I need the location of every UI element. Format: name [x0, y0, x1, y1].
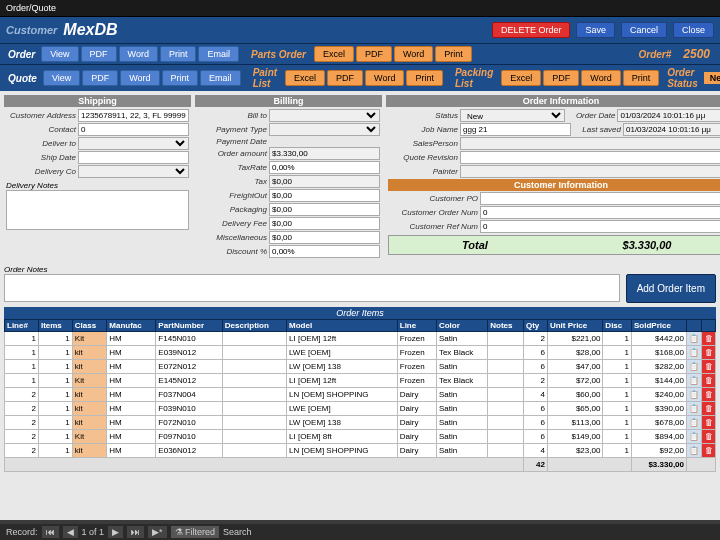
- edit-row-button[interactable]: 📋: [687, 416, 702, 430]
- edit-row-button[interactable]: 📋: [687, 332, 702, 346]
- tax-rate-input[interactable]: [269, 161, 380, 174]
- discount-input[interactable]: [269, 245, 380, 258]
- edit-row-button[interactable]: 📋: [687, 430, 702, 444]
- quote-revision-input[interactable]: [460, 151, 720, 164]
- col-header[interactable]: Class: [72, 320, 107, 332]
- nav-first-button[interactable]: ⏮: [42, 526, 59, 538]
- delete-row-button[interactable]: 🗑: [702, 388, 716, 402]
- parts-pdf-button[interactable]: PDF: [356, 46, 392, 62]
- table-row[interactable]: 11KitHME145N012LI [OEM] 12ftFrozenTex Bl…: [5, 374, 716, 388]
- edit-row-button[interactable]: 📋: [687, 360, 702, 374]
- cancel-button[interactable]: Cancel: [621, 22, 667, 38]
- paint-word-button[interactable]: Word: [365, 70, 404, 86]
- paint-excel-button[interactable]: Excel: [285, 70, 325, 86]
- packing-pdf-button[interactable]: PDF: [543, 70, 579, 86]
- col-header[interactable]: Line#: [5, 320, 39, 332]
- order-word-button[interactable]: Word: [119, 46, 158, 62]
- col-header[interactable]: Model: [287, 320, 398, 332]
- delete-order-button[interactable]: DELETE Order: [492, 22, 571, 38]
- deliver-to-select[interactable]: [78, 137, 189, 150]
- delete-row-button[interactable]: 🗑: [702, 430, 716, 444]
- nav-prev-button[interactable]: ◀: [63, 526, 78, 538]
- quote-print-button[interactable]: Print: [162, 70, 199, 86]
- table-row[interactable]: 11KitHMF145N010LI [OEM] 12ftFrozenSatin2…: [5, 332, 716, 346]
- delete-row-button[interactable]: 🗑: [702, 402, 716, 416]
- table-row[interactable]: 21KitHMF097N010LI [OEM] 8ftDairySatin6$1…: [5, 430, 716, 444]
- table-row[interactable]: 11kitHME039N012LWE [OEM]FrozenTex Black6…: [5, 346, 716, 360]
- col-header[interactable]: Disc: [603, 320, 632, 332]
- paint-pdf-button[interactable]: PDF: [327, 70, 363, 86]
- customer-order-num-input[interactable]: [480, 206, 720, 219]
- delete-row-button[interactable]: 🗑: [702, 360, 716, 374]
- search-label[interactable]: Search: [223, 527, 252, 537]
- delivery-co-select[interactable]: [78, 165, 189, 178]
- edit-row-button[interactable]: 📋: [687, 444, 702, 458]
- filter-indicator[interactable]: ⚗ Filtered: [171, 526, 220, 538]
- bill-to-select[interactable]: [269, 109, 380, 122]
- status-select[interactable]: New: [460, 109, 565, 122]
- packing-excel-button[interactable]: Excel: [501, 70, 541, 86]
- edit-row-button[interactable]: 📋: [687, 388, 702, 402]
- delivery-fee-input[interactable]: [269, 217, 380, 230]
- col-header[interactable]: Qty: [523, 320, 547, 332]
- misc-input[interactable]: [269, 231, 380, 244]
- delivery-notes-textarea[interactable]: [6, 190, 189, 230]
- table-row[interactable]: 11kitHME072N012LW [OEM] 138FrozenSatin6$…: [5, 360, 716, 374]
- order-print-button[interactable]: Print: [160, 46, 197, 62]
- payment-type-select[interactable]: [269, 123, 380, 136]
- delete-row-button[interactable]: 🗑: [702, 332, 716, 346]
- quote-view-button[interactable]: View: [43, 70, 80, 86]
- nav-last-button[interactable]: ⏭: [127, 526, 144, 538]
- close-button[interactable]: Close: [673, 22, 714, 38]
- col-header[interactable]: Color: [436, 320, 487, 332]
- quote-email-button[interactable]: Email: [200, 70, 241, 86]
- order-view-button[interactable]: View: [41, 46, 78, 62]
- job-name-input[interactable]: [460, 123, 571, 136]
- quote-word-button[interactable]: Word: [120, 70, 159, 86]
- nav-next-button[interactable]: ▶: [108, 526, 123, 538]
- table-row[interactable]: 21kitHMF037N004LN [OEM] SHOPPINGDairySat…: [5, 388, 716, 402]
- packaging-input[interactable]: [269, 203, 380, 216]
- col-header[interactable]: Items: [38, 320, 72, 332]
- customer-address-input[interactable]: [78, 109, 189, 122]
- order-label: Order: [4, 49, 39, 60]
- order-email-button[interactable]: Email: [198, 46, 239, 62]
- packing-word-button[interactable]: Word: [581, 70, 620, 86]
- col-header[interactable]: Unit Price: [547, 320, 602, 332]
- parts-print-button[interactable]: Print: [435, 46, 472, 62]
- delete-row-button[interactable]: 🗑: [702, 374, 716, 388]
- col-header[interactable]: Notes: [488, 320, 524, 332]
- parts-word-button[interactable]: Word: [394, 46, 433, 62]
- add-order-item-button[interactable]: Add Order Item: [626, 274, 716, 303]
- col-header[interactable]: Line: [397, 320, 436, 332]
- salesperson-select[interactable]: [460, 137, 720, 150]
- edit-row-button[interactable]: 📋: [687, 402, 702, 416]
- packing-print-button[interactable]: Print: [623, 70, 660, 86]
- painter-select[interactable]: [460, 165, 720, 178]
- freight-input[interactable]: [269, 189, 380, 202]
- parts-excel-button[interactable]: Excel: [314, 46, 354, 62]
- edit-row-button[interactable]: 📋: [687, 374, 702, 388]
- save-button[interactable]: Save: [576, 22, 615, 38]
- delete-row-button[interactable]: 🗑: [702, 416, 716, 430]
- edit-row-button[interactable]: 📋: [687, 346, 702, 360]
- customer-po-input[interactable]: [480, 192, 720, 205]
- order-pdf-button[interactable]: PDF: [81, 46, 117, 62]
- paint-print-button[interactable]: Print: [406, 70, 443, 86]
- contact-input[interactable]: [78, 123, 189, 136]
- delete-row-button[interactable]: 🗑: [702, 346, 716, 360]
- table-row[interactable]: 21kitHME036N012LN [OEM] SHOPPINGDairySat…: [5, 444, 716, 458]
- col-header[interactable]: PartNumber: [156, 320, 223, 332]
- col-header[interactable]: SoldPrice: [632, 320, 687, 332]
- order-notes-textarea[interactable]: [4, 274, 620, 302]
- orderinfo-panel: Order Information StatusNew Order Date J…: [386, 95, 720, 261]
- nav-new-button[interactable]: ▶*: [148, 526, 167, 538]
- quote-pdf-button[interactable]: PDF: [82, 70, 118, 86]
- col-header[interactable]: Description: [222, 320, 286, 332]
- ship-date-input[interactable]: [78, 151, 189, 164]
- delete-row-button[interactable]: 🗑: [702, 444, 716, 458]
- table-row[interactable]: 21kitHMF039N010LWE [OEM]DairySatin6$65,0…: [5, 402, 716, 416]
- col-header[interactable]: Manufac: [107, 320, 156, 332]
- customer-ref-num-input[interactable]: [480, 220, 720, 233]
- table-row[interactable]: 21kitHMF072N010LW [OEM] 138DairySatin6$1…: [5, 416, 716, 430]
